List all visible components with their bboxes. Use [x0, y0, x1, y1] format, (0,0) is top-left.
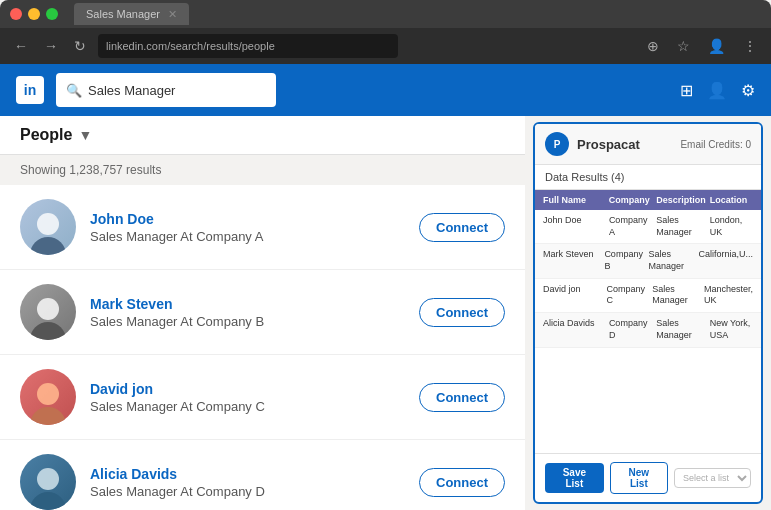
email-credits: Email Credits: 0 — [680, 139, 751, 150]
settings-icon[interactable]: ⚙ — [741, 81, 755, 100]
profile-icon[interactable]: 👤 — [707, 81, 727, 100]
url-text: linkedin.com/search/results/people — [106, 40, 275, 52]
cell-name: Alicia Davids — [543, 318, 605, 341]
person-title: Sales Manager At Company B — [90, 314, 405, 329]
table-row: Mark Steven Company B Sales Manager Cali… — [535, 244, 761, 278]
connect-button[interactable]: Connect — [419, 298, 505, 327]
tab-close-icon[interactable]: ✕ — [168, 8, 177, 21]
person-info: John Doe Sales Manager At Company A — [90, 211, 405, 244]
avatar — [20, 284, 76, 340]
person-title: Sales Manager At Company D — [90, 484, 405, 499]
avatar — [20, 369, 76, 425]
save-list-button[interactable]: Save List — [545, 463, 604, 493]
search-input[interactable] — [88, 83, 258, 98]
nav-bar: ← → ↻ linkedin.com/search/results/people… — [0, 28, 771, 64]
cell-location: Manchester, UK — [704, 284, 753, 307]
table-header: Full Name Company Description Location — [535, 190, 761, 210]
maximize-button[interactable] — [46, 8, 58, 20]
back-button[interactable]: ← — [10, 36, 32, 56]
panel-title: Prospacat — [577, 137, 640, 152]
person-name: Alicia Davids — [90, 466, 405, 482]
translate-icon[interactable]: ⊕ — [643, 36, 663, 56]
person-info: David jon Sales Manager At Company C — [90, 381, 405, 414]
panel-logo-icon: P — [554, 139, 561, 150]
cell-company: Company D — [609, 318, 652, 341]
cell-location: London, UK — [710, 215, 753, 238]
list-item: John Doe Sales Manager At Company A Conn… — [0, 185, 525, 270]
refresh-button[interactable]: ↻ — [70, 36, 90, 56]
main-layout: People ▼ Showing 1,238,757 results John … — [0, 116, 771, 510]
cell-company: Company B — [604, 249, 644, 272]
linkedin-header: in 🔍 ⊞ 👤 ⚙ — [0, 64, 771, 116]
table-body: John Doe Company A Sales Manager London,… — [535, 210, 761, 348]
cell-company: Company C — [607, 284, 649, 307]
cell-location: New York, USA — [710, 318, 753, 341]
account-icon[interactable]: 👤 — [704, 36, 729, 56]
person-info: Mark Steven Sales Manager At Company B — [90, 296, 405, 329]
minimize-button[interactable] — [28, 8, 40, 20]
browser-chrome: Sales Manager ✕ — [0, 0, 771, 28]
connect-button[interactable]: Connect — [419, 468, 505, 497]
avatar — [20, 199, 76, 255]
cell-name: Mark Steven — [543, 249, 600, 272]
search-icon: 🔍 — [66, 83, 82, 98]
grid-icon[interactable]: ⊞ — [680, 81, 693, 100]
data-results-label: Data Results (4) — [545, 171, 624, 183]
cell-name: John Doe — [543, 215, 605, 238]
panel-header: P Prospacat Email Credits: 0 — [535, 124, 761, 165]
list-item: Mark Steven Sales Manager At Company B C… — [0, 270, 525, 355]
cell-company: Company A — [609, 215, 652, 238]
filter-dropdown[interactable]: ▼ — [78, 127, 92, 143]
panel-logo: P — [545, 132, 569, 156]
person-title: Sales Manager At Company A — [90, 229, 405, 244]
col-fullname: Full Name — [543, 195, 605, 205]
menu-icon[interactable]: ⋮ — [739, 36, 761, 56]
cell-location: California,U... — [698, 249, 753, 272]
avatar — [20, 454, 76, 510]
filter-label: People — [20, 126, 72, 144]
linkedin-content: People ▼ Showing 1,238,757 results John … — [0, 116, 525, 510]
panel-table: Full Name Company Description Location J… — [535, 190, 761, 453]
list-item: Alicia Davids Sales Manager At Company D… — [0, 440, 525, 510]
forward-button[interactable]: → — [40, 36, 62, 56]
linkedin-logo: in — [16, 76, 44, 104]
people-list: John Doe Sales Manager At Company A Conn… — [0, 185, 525, 510]
col-description: Description — [656, 195, 706, 205]
close-button[interactable] — [10, 8, 22, 20]
connect-button[interactable]: Connect — [419, 383, 505, 412]
list-select[interactable]: Select a list — [674, 468, 751, 488]
search-bar-container: 🔍 — [56, 73, 276, 107]
filter-bar: People ▼ — [0, 116, 525, 155]
col-company: Company — [609, 195, 652, 205]
results-count: Showing 1,238,757 results — [0, 155, 525, 185]
connect-button[interactable]: Connect — [419, 213, 505, 242]
address-bar: linkedin.com/search/results/people — [98, 34, 398, 58]
prospact-panel: P Prospacat Email Credits: 0 Data Result… — [533, 122, 763, 504]
browser-tab[interactable]: Sales Manager ✕ — [74, 3, 189, 25]
col-location: Location — [710, 195, 753, 205]
linkedin-nav-icons: ⊞ 👤 ⚙ — [680, 81, 755, 100]
panel-footer: Save List New List Select a list — [535, 453, 761, 502]
table-row: Alicia Davids Company D Sales Manager Ne… — [535, 313, 761, 347]
table-row: John Doe Company A Sales Manager London,… — [535, 210, 761, 244]
panel-subheader: Data Results (4) — [535, 165, 761, 190]
cell-desc: Sales Manager — [649, 249, 695, 272]
tab-title: Sales Manager — [86, 8, 160, 20]
cell-desc: Sales Manager — [652, 284, 700, 307]
bookmark-icon[interactable]: ☆ — [673, 36, 694, 56]
cell-desc: Sales Manager — [656, 215, 706, 238]
new-list-button[interactable]: New List — [610, 462, 668, 494]
cell-desc: Sales Manager — [656, 318, 706, 341]
person-info: Alicia Davids Sales Manager At Company D — [90, 466, 405, 499]
list-item: David jon Sales Manager At Company C Con… — [0, 355, 525, 440]
person-title: Sales Manager At Company C — [90, 399, 405, 414]
person-name: Mark Steven — [90, 296, 405, 312]
person-name: David jon — [90, 381, 405, 397]
table-row: David jon Company C Sales Manager Manche… — [535, 279, 761, 313]
person-name: John Doe — [90, 211, 405, 227]
cell-name: David jon — [543, 284, 603, 307]
